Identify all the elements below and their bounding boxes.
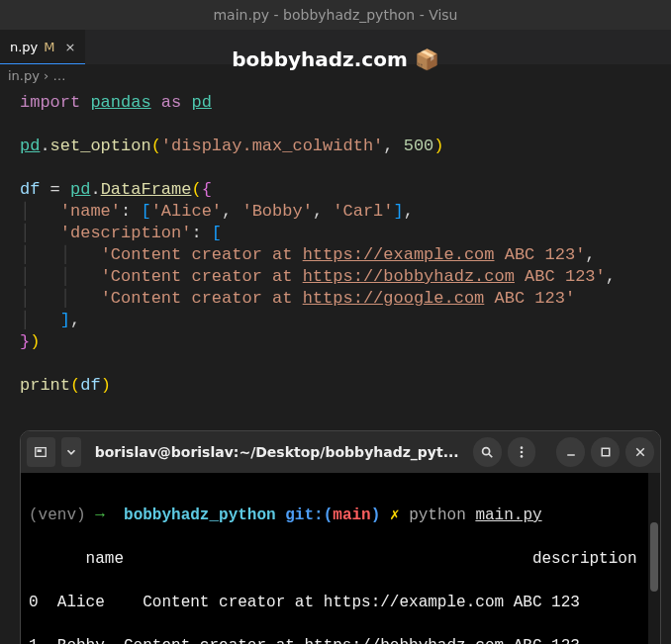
table-row: 0 Alice Content creator at https://examp… <box>29 592 652 613</box>
table-row: name description <box>29 548 652 570</box>
svg-point-4 <box>521 446 524 449</box>
close-window-icon[interactable] <box>625 437 654 467</box>
terminal-titlebar: borislav@borislav:~/Desktop/bobbyhadz_py… <box>21 431 660 473</box>
terminal-dropdown-icon[interactable] <box>61 437 81 467</box>
window-title: main.py - bobbyhadz_python - Visu <box>213 7 457 23</box>
search-icon[interactable] <box>473 437 502 467</box>
terminal-title: borislav@borislav:~/Desktop/bobbyhadz_py… <box>87 444 467 460</box>
terminal-window: borislav@borislav:~/Desktop/bobbyhadz_py… <box>20 430 661 644</box>
table-row: 1 Bobby Content creator at https://bobby… <box>29 635 652 644</box>
scrollbar[interactable] <box>648 473 660 644</box>
watermark: bobbyhadz.com 📦 <box>0 47 671 71</box>
svg-point-6 <box>521 455 524 458</box>
svg-rect-1 <box>38 449 42 452</box>
scroll-thumb[interactable] <box>650 522 658 592</box>
svg-rect-8 <box>602 448 610 456</box>
svg-line-3 <box>489 454 493 458</box>
minimize-icon[interactable] <box>556 437 585 467</box>
svg-point-5 <box>521 451 524 454</box>
cube-icon: 📦 <box>415 47 439 71</box>
terminal-new-tab-icon[interactable] <box>27 437 55 467</box>
maximize-icon[interactable] <box>591 437 620 467</box>
window-title-bar: main.py - bobbyhadz_python - Visu <box>0 0 671 30</box>
code-editor[interactable]: import pandas as pd pd.set_option('displ… <box>0 87 671 407</box>
menu-icon[interactable] <box>508 437 536 467</box>
svg-point-2 <box>483 448 490 455</box>
terminal-body[interactable]: (venv) → bobbyhadz_python git:(main) ✗ p… <box>21 473 660 644</box>
